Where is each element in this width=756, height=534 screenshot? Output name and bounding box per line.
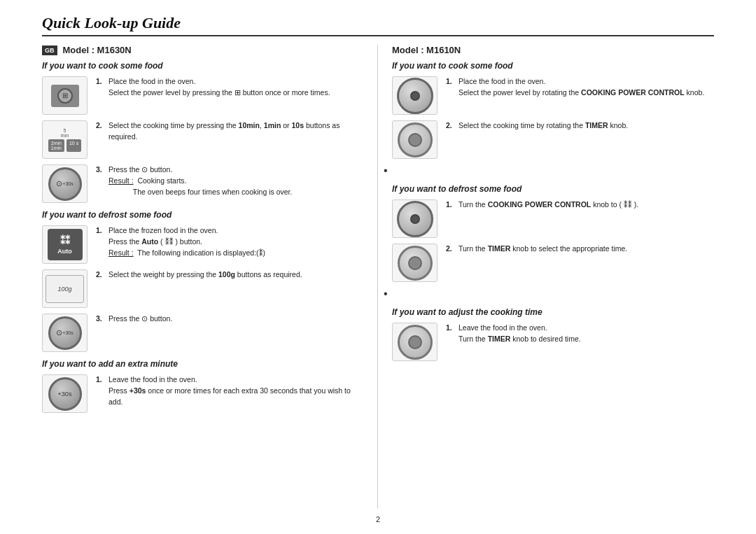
timer-knob-img <box>392 120 438 159</box>
left-cook-step2-text: 2. Select the cooking time by pressing t… <box>96 120 363 147</box>
extra-minute-subtitle: If you want to add an extra minute <box>42 359 363 369</box>
adjust-subtitle-right: If you want to adjust the cooking time <box>392 307 714 317</box>
left-extra-step1-text: 1. Leave the food in the oven.Press +30s… <box>96 374 363 412</box>
defrost-timer-inner <box>408 256 422 270</box>
right-model-header: Model : M1610N <box>392 45 714 55</box>
right-column: Model : M1610N If you want to cook some … <box>378 45 714 509</box>
left-defrost-step3-text: 3. Press the ⊙ button. <box>96 314 363 329</box>
left-defrost-step2-text: 2. Select the weight by pressing the 100… <box>96 269 363 285</box>
left-cook-step1-block: ⊞ 1. Place the food in the oven.Select t… <box>42 76 363 115</box>
defrost-power-knob-img <box>392 199 438 238</box>
right-defrost-step1-text: 1. Turn the COOKING POWER CONTROL knob t… <box>446 199 714 215</box>
right-adjust-step1-text: 1. Leave the food in the oven.Turn the T… <box>446 323 714 349</box>
left-defrost-step1-text: 1. Place the frozen food in the oven.Pre… <box>96 225 363 262</box>
title-section: Quick Look-up Guide <box>42 14 714 36</box>
auto-icon: ⁑⁑ Auto <box>48 229 83 260</box>
right-cook-step2-block: 2. Select the cooking time by rotating t… <box>392 120 714 159</box>
gb-badge: GB <box>42 45 57 55</box>
cook-subtitle-right: If you want to cook some food <box>392 61 714 71</box>
adjust-timer-inner <box>408 335 422 349</box>
start-button-defrost-img: ⊙+30s <box>42 314 88 352</box>
left-defrost-step2-block: 100g 2. Select the weight by pressing th… <box>42 269 363 308</box>
left-cook-step1-text: 1. Place the food in the oven.Select the… <box>96 76 363 103</box>
time-buttons-img: 5min 2min1min 10 s <box>42 120 88 159</box>
defrost-timer-knob <box>398 246 433 281</box>
microwave-panel-img: ⊞ <box>42 76 88 115</box>
left-model-title: Model : M1630N <box>63 45 132 55</box>
defrost-timer-knob-img <box>392 244 438 282</box>
left-cook-step3-block: ⊙+30s 3. Press the ⊙ button.Result : Coo… <box>42 164 363 203</box>
defrost-subtitle-left: If you want to defrost some food <box>42 210 363 220</box>
left-extra-step1-block: +30s 1. Leave the food in the oven.Press… <box>42 374 363 413</box>
page-number: 2 <box>0 515 756 524</box>
defrost-knob-center <box>410 214 420 224</box>
right-defrost-step1-block: 1. Turn the COOKING POWER CONTROL knob t… <box>392 199 714 238</box>
right-cook-step2-text: 2. Select the cooking time by rotating t… <box>446 120 714 136</box>
power-control-knob <box>397 78 433 114</box>
start-button-img: ⊙+30s <box>42 164 88 203</box>
left-defrost-step3-block: ⊙+30s 3. Press the ⊙ button. <box>42 314 363 352</box>
plus30s-button-img: +30s <box>42 374 88 413</box>
weight-display-img: 100g <box>42 269 88 308</box>
defrost-subtitle-right: If you want to defrost some food <box>392 184 714 194</box>
left-column: GB Model : M1630N If you want to cook so… <box>42 45 378 509</box>
right-defrost-step2-text: 2. Turn the TIMER knob to select the app… <box>446 244 714 259</box>
main-columns: GB Model : M1630N If you want to cook so… <box>42 45 714 509</box>
weight-icon: 100g <box>46 275 84 303</box>
defrost-power-knob <box>397 201 433 237</box>
left-defrost-step1-block: ⁑⁑ Auto 1. Place the frozen food in the … <box>42 225 363 264</box>
adjust-timer-knob-img <box>392 323 438 361</box>
timer-knob-inner <box>408 133 422 147</box>
left-cook-step2-block: 5min 2min1min 10 s 2. Select the cooking… <box>42 120 363 159</box>
right-cook-step1-block: 1. Place the food in the oven.Select the… <box>392 76 714 115</box>
right-model-title: Model : M1610N <box>392 45 461 55</box>
left-model-header: GB Model : M1630N <box>42 45 363 55</box>
page-title: Quick Look-up Guide <box>42 14 714 32</box>
page: Quick Look-up Guide GB Model : M1630N If… <box>0 0 756 534</box>
cook-subtitle-left: If you want to cook some food <box>42 61 363 71</box>
timer-knob <box>398 122 433 157</box>
left-cook-step3-text: 3. Press the ⊙ button.Result : Cooking s… <box>96 164 363 202</box>
adjust-timer-knob <box>398 325 433 360</box>
auto-button-img: ⁑⁑ Auto <box>42 225 88 264</box>
right-defrost-step2-block: 2. Turn the TIMER knob to select the app… <box>392 244 714 282</box>
knob-center <box>410 91 420 101</box>
power-knob-img <box>392 76 438 115</box>
right-cook-step1-text: 1. Place the food in the oven.Select the… <box>446 76 714 103</box>
right-adjust-step1-block: 1. Leave the food in the oven.Turn the T… <box>392 323 714 361</box>
